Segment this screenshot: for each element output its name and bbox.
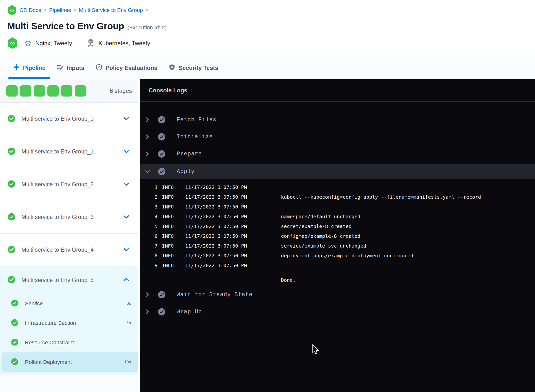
tab-label: Pipeline <box>23 65 45 71</box>
step-success-icon <box>158 168 165 175</box>
cd-stage-icon: ∞ <box>7 37 18 49</box>
stage-item-multi-service-to-env-group-5[interactable]: Multi service to Env Group_5 <box>0 266 138 294</box>
log-message: configmap/example-8 created <box>281 231 535 241</box>
log-line-number: 2 <box>140 192 158 202</box>
log-timestamp: 11/17/2022 3:07:50 PM <box>181 261 281 270</box>
log-section-apply[interactable]: Apply <box>140 164 535 179</box>
log-timestamp: 11/17/2022 3:07:50 PM <box>181 202 281 212</box>
chevron-right-icon[interactable] <box>144 151 151 157</box>
log-level: INFO <box>158 212 181 221</box>
stage-item-multi-service-to-env-group-4[interactable]: Multi service to Env Group_4 <box>0 234 138 266</box>
stage-label: Multi service to Env Group_4 <box>21 247 123 253</box>
log-level: INFO <box>158 221 181 231</box>
stage-label: Multi service to Env Group_0 <box>21 116 123 122</box>
step-success-icon <box>158 116 165 123</box>
stage-step-service[interactable]: Service3s <box>0 294 138 313</box>
harness-cd-icon: ∞ <box>7 5 17 15</box>
log-section-wait-for-steady-state[interactable]: Wait for Steady State <box>140 288 535 302</box>
chevron-up-icon[interactable] <box>123 276 129 284</box>
stage-status-squares <box>6 85 110 97</box>
breadcrumb-separator: > <box>145 7 149 13</box>
step-duration: 1s <box>127 321 131 326</box>
log-message <box>281 261 535 270</box>
stage-success-square <box>6 85 18 97</box>
stage-label: Multi service to Env Group_1 <box>21 148 123 155</box>
log-timestamp: 11/17/2022 3:07:50 PM <box>181 221 281 231</box>
log-section-label: Apply <box>177 168 195 175</box>
log-section-wrap-up[interactable]: Wrap Up <box>140 305 535 319</box>
chevron-right-icon[interactable] <box>144 292 151 297</box>
page-title: Multi Service to Env Group <box>7 21 124 32</box>
log-message: namespace/default unchanged <box>281 212 535 221</box>
stage-item-multi-service-to-env-group-2[interactable]: Multi service to Env Group_2 <box>0 168 138 201</box>
stage-step-infrastructure-section[interactable]: Infrastructure Section1s <box>0 313 138 333</box>
log-line-number: 3 <box>140 202 158 212</box>
tab-pipeline[interactable]: Pipeline <box>13 57 45 79</box>
expanded-stage-multi-service-to-env-group-5: Multi service to Env Group_5 Service3s I… <box>0 266 138 375</box>
stage-success-square <box>61 85 72 97</box>
log-section-prepare[interactable]: Prepare <box>140 147 535 161</box>
services-row: ∞ ⚙ Nginx, Tweety Kubernetes, Tweety <box>7 37 535 49</box>
log-section-fetch-files[interactable]: Fetch Files <box>140 113 535 127</box>
stage-success-icon <box>8 180 15 189</box>
breadcrumb-link-cd-docs[interactable]: CD Docs <box>20 7 41 13</box>
stage-success-square <box>20 85 31 97</box>
stages-summary: 6 stages <box>0 79 138 103</box>
breadcrumb-separator: > <box>43 7 47 13</box>
log-level: INFO <box>158 251 181 261</box>
stage-success-icon <box>8 246 15 254</box>
stage-label: Multi service to Env Group_5 <box>21 277 123 283</box>
stage-count-label: 6 stages <box>110 87 132 94</box>
tab-inputs[interactable]: Inputs <box>57 57 84 79</box>
stage-success-icon <box>8 276 15 284</box>
stage-item-multi-service-to-env-group-3[interactable]: Multi service to Env Group_3 <box>0 201 138 234</box>
log-section-label: Wrap Up <box>177 309 202 315</box>
breadcrumb-separator: > <box>73 7 76 13</box>
log-line-number: 7 <box>140 241 158 251</box>
step-success-icon <box>158 133 165 141</box>
tab-label: Security Tests <box>179 65 218 71</box>
stage-success-icon <box>8 148 15 156</box>
security-tests-icon <box>169 64 175 72</box>
log-section-label: Prepare <box>177 151 202 157</box>
chevron-down-icon[interactable] <box>123 115 129 123</box>
chevron-right-icon[interactable] <box>144 309 151 315</box>
step-success-icon <box>11 300 18 307</box>
sidebar-footer <box>0 375 138 392</box>
tab-security-tests[interactable]: Security Tests <box>169 57 218 79</box>
log-message <box>281 182 535 192</box>
chevron-right-icon[interactable] <box>144 134 151 140</box>
chevron-down-icon[interactable] <box>123 214 129 221</box>
breadcrumb-link-pipelines[interactable]: Pipelines <box>49 7 71 13</box>
stage-item-multi-service-to-env-group-1[interactable]: Multi service to Env Group_1 <box>0 135 138 168</box>
tab-policy-evaluations[interactable]: Policy Evaluations <box>96 57 157 79</box>
log-level: INFO <box>158 182 181 192</box>
log-lines-apply: 1INFO11/17/2022 3:07:50 PM2INFO11/17/202… <box>140 182 535 285</box>
stage-step-resource-constraint[interactable]: Resource Constraint <box>0 333 138 352</box>
chevron-right-icon[interactable] <box>144 117 151 122</box>
breadcrumb-link-multi-service-to-env-group[interactable]: Multi Service to Env Group <box>79 7 143 13</box>
chevron-down-icon[interactable] <box>144 169 151 174</box>
chevron-down-icon[interactable] <box>123 181 129 188</box>
tab-label: Inputs <box>67 65 84 71</box>
step-label: Infrastructure Section <box>25 320 127 326</box>
console-header: Console Logs <box>140 79 535 102</box>
step-success-icon <box>11 358 18 366</box>
stages-sidebar: 6 stages Multi service to Env Group_0 Mu… <box>0 79 138 392</box>
log-footer-line: Done. <box>140 275 535 285</box>
breadcrumb: ∞ CD Docs>Pipelines>Multi Service to Env… <box>7 5 535 16</box>
log-line: 8INFO11/17/2022 3:07:50 PMdeployment.app… <box>140 251 535 261</box>
step-label: Service <box>25 300 127 307</box>
chevron-down-icon[interactable] <box>123 148 129 155</box>
stage-item-multi-service-to-env-group-0[interactable]: Multi service to Env Group_0 <box>0 103 138 135</box>
inputs-icon <box>57 64 64 72</box>
log-timestamp: 11/17/2022 3:07:50 PM <box>181 231 281 241</box>
stage-step-rollout-deployment[interactable]: Rollout Deployment10s <box>1 352 138 372</box>
environments-icon <box>87 38 95 48</box>
chevron-down-icon[interactable] <box>123 246 129 254</box>
page-header: ∞ CD Docs>Pipelines>Multi Service to Env… <box>0 0 535 57</box>
step-duration: 3s <box>127 301 131 306</box>
stage-success-icon <box>8 115 15 123</box>
log-level: INFO <box>158 231 181 241</box>
log-section-initialize[interactable]: Initialize <box>140 130 535 144</box>
